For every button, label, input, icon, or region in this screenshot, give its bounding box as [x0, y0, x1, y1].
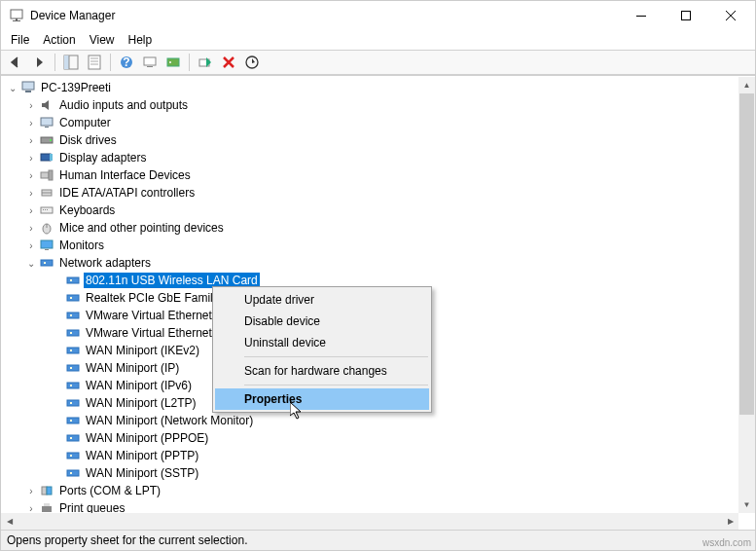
scroll-down-icon[interactable]: ▼ — [738, 496, 755, 513]
minimize-button[interactable] — [619, 1, 664, 30]
tree-device[interactable]: WAN Miniport (Network Monitor) — [2, 412, 738, 429]
monitor-icon — [39, 238, 54, 253]
expand-icon[interactable]: › — [25, 187, 37, 199]
scrollbar-thumb[interactable] — [739, 93, 754, 415]
context-menu-separator — [244, 356, 428, 357]
display-icon — [39, 150, 54, 165]
expand-icon[interactable]: › — [25, 117, 37, 129]
forward-button[interactable] — [28, 52, 50, 73]
expand-icon[interactable]: › — [25, 152, 37, 164]
enable-button[interactable] — [195, 52, 216, 73]
collapse-icon[interactable]: ⌄ — [7, 82, 18, 93]
help-button[interactable]: ? — [116, 52, 137, 73]
svg-rect-66 — [42, 487, 47, 495]
svg-rect-34 — [45, 209, 46, 210]
tree-category[interactable]: ›Monitors — [2, 237, 738, 254]
tree-category[interactable]: ›Ports (COM & LPT) — [2, 482, 738, 499]
tree-category[interactable]: ›Mice and other pointing devices — [2, 219, 738, 237]
properties-button[interactable] — [84, 52, 105, 73]
svg-rect-53 — [70, 367, 72, 369]
tree-category[interactable]: ›Display adapters — [2, 149, 738, 166]
svg-rect-52 — [67, 365, 79, 371]
back-button[interactable] — [5, 52, 26, 73]
network-icon — [39, 255, 54, 271]
nic-icon — [65, 430, 81, 446]
scan-hw-button[interactable] — [139, 52, 161, 73]
svg-rect-20 — [22, 82, 34, 90]
scroll-left-icon[interactable]: ◀ — [1, 513, 18, 530]
svg-rect-39 — [45, 249, 49, 250]
maximize-button[interactable] — [664, 1, 708, 30]
svg-rect-54 — [67, 383, 79, 388]
svg-rect-44 — [67, 295, 79, 301]
tree-category[interactable]: ›Disk drives — [2, 131, 738, 149]
svg-rect-60 — [67, 435, 79, 441]
svg-rect-49 — [70, 332, 72, 334]
svg-rect-64 — [67, 470, 79, 476]
expand-icon[interactable]: › — [25, 239, 37, 251]
tree-category[interactable]: ›Audio inputs and outputs — [2, 96, 738, 114]
svg-rect-6 — [64, 55, 69, 69]
scroll-right-icon[interactable]: ▶ — [722, 513, 738, 530]
svg-rect-41 — [44, 262, 46, 264]
tree-device[interactable]: WAN Miniport (PPPOE) — [2, 429, 738, 447]
svg-rect-59 — [70, 420, 72, 422]
window-controls — [619, 1, 753, 30]
ctx-scan-hardware[interactable]: Scan for hardware changes — [215, 360, 429, 382]
show-hide-tree-button[interactable] — [60, 52, 82, 73]
expand-icon[interactable]: › — [25, 485, 37, 496]
expand-icon[interactable]: › — [25, 222, 37, 234]
svg-text:?: ? — [123, 55, 129, 69]
collapse-icon[interactable]: ⌄ — [25, 257, 37, 269]
horizontal-scrollbar[interactable]: ◀ ▶ — [1, 513, 738, 530]
svg-rect-57 — [70, 402, 72, 404]
tree-root[interactable]: ⌄ PC-139Preeti — [2, 79, 738, 96]
svg-rect-15 — [147, 66, 153, 67]
hid-icon — [39, 167, 54, 183]
ctx-properties[interactable]: Properties — [215, 388, 429, 410]
titlebar: Device Manager — [1, 1, 755, 30]
tree-category[interactable]: ›Computer — [2, 114, 738, 131]
svg-rect-47 — [70, 314, 72, 316]
svg-rect-65 — [70, 472, 72, 474]
menu-action[interactable]: Action — [37, 31, 81, 49]
context-menu-separator — [244, 385, 428, 386]
svg-rect-14 — [144, 57, 156, 65]
computer-icon — [39, 115, 54, 130]
svg-rect-62 — [67, 453, 79, 459]
nic-icon — [65, 273, 81, 288]
scan-changes-button[interactable] — [241, 52, 263, 73]
svg-rect-22 — [41, 118, 53, 126]
ctx-uninstall-device[interactable]: Uninstall device — [215, 332, 429, 353]
toolbar-separator — [189, 54, 190, 71]
mouse-icon — [39, 220, 54, 236]
vertical-scrollbar[interactable]: ▲ ▼ — [738, 77, 755, 513]
menu-help[interactable]: Help — [123, 31, 159, 49]
expand-icon[interactable]: › — [25, 169, 37, 181]
ports-icon — [39, 483, 54, 498]
menu-file[interactable]: File — [5, 31, 35, 49]
expand-icon[interactable]: › — [25, 204, 37, 216]
svg-rect-68 — [42, 506, 52, 512]
update-driver-button[interactable] — [162, 52, 184, 73]
ctx-disable-device[interactable]: Disable device — [215, 311, 429, 332]
tree-category-network[interactable]: ⌄Network adapters — [2, 254, 738, 272]
uninstall-button[interactable] — [218, 52, 239, 73]
tree-category[interactable]: ›Human Interface Devices — [2, 166, 738, 184]
nic-icon — [65, 413, 81, 428]
tree-category[interactable]: ›Keyboards — [2, 202, 738, 219]
tree-device[interactable]: WAN Miniport (SSTP) — [2, 464, 738, 482]
svg-rect-1 — [13, 20, 20, 21]
expand-icon[interactable]: › — [25, 99, 37, 111]
scroll-up-icon[interactable]: ▲ — [738, 77, 755, 93]
expand-icon[interactable]: › — [25, 134, 37, 146]
svg-rect-46 — [67, 312, 79, 318]
svg-rect-29 — [49, 170, 53, 180]
ctx-update-driver[interactable]: Update driver — [215, 289, 429, 311]
tree-category[interactable]: ›IDE ATA/ATAPI controllers — [2, 184, 738, 202]
tree-device[interactable]: WAN Miniport (PPTP) — [2, 447, 738, 464]
close-button[interactable] — [708, 1, 753, 30]
svg-rect-42 — [67, 277, 79, 283]
statusbar: Opens property sheet for the current sel… — [1, 530, 755, 550]
menu-view[interactable]: View — [84, 31, 121, 49]
